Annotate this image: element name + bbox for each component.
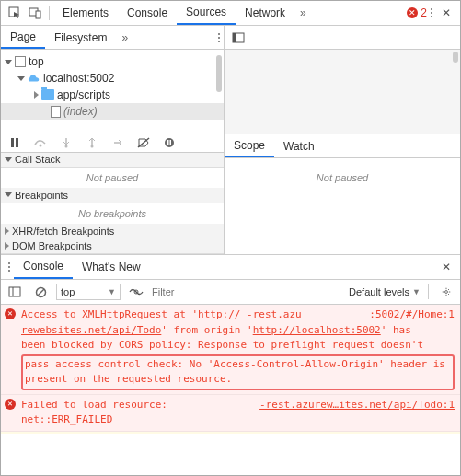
- error-count: 2: [421, 6, 427, 19]
- cors-highlight: pass access control check: No 'Access-Co…: [21, 354, 455, 390]
- console-warning-sourcemap: ! DevTools failed to parse SourceMap: ch…: [1, 432, 460, 435]
- tree-file[interactable]: (index): [1, 103, 224, 120]
- callstack-section[interactable]: Call Stack: [1, 153, 224, 168]
- close-devtools-icon[interactable]: ✕: [438, 5, 455, 21]
- svg-rect-13: [170, 140, 172, 145]
- context-selector[interactable]: top▼: [56, 284, 121, 300]
- file-tree: top localhost:5002 app/scripts (index): [1, 50, 224, 123]
- step-over-icon[interactable]: [32, 134, 49, 151]
- console-settings-icon[interactable]: [438, 284, 455, 300]
- more-subtabs-icon[interactable]: »: [116, 31, 133, 44]
- console-error-cors: ✕ Access to XMLHttpRequest at 'http:// -…: [1, 305, 460, 395]
- svg-rect-12: [167, 140, 169, 145]
- tree-top[interactable]: top: [1, 53, 224, 70]
- console-menu-icon[interactable]: [5, 262, 14, 272]
- console-filter-input[interactable]: [152, 286, 343, 297]
- log-levels-selector[interactable]: Default levels▼: [349, 286, 421, 297]
- filesystem-subtab[interactable]: Filesystem: [45, 26, 116, 49]
- deactivate-breakpoints-icon[interactable]: [135, 134, 152, 151]
- tab-elements[interactable]: Elements: [53, 1, 118, 25]
- scope-empty: Not paused: [225, 168, 460, 188]
- svg-point-19: [445, 291, 448, 294]
- error-count-badge[interactable]: ✕ 2: [407, 6, 427, 19]
- live-expression-icon[interactable]: [128, 284, 144, 300]
- main-tabs: Elements Console Sources Network »: [53, 1, 312, 25]
- scrollbar-thumb[interactable]: [216, 55, 222, 92]
- watch-tab[interactable]: Watch: [274, 134, 324, 157]
- error-icon: ✕: [5, 399, 16, 410]
- more-tabs-icon[interactable]: »: [294, 6, 312, 19]
- svg-point-9: [91, 145, 94, 148]
- scope-tab[interactable]: Scope: [225, 134, 274, 157]
- svg-point-8: [65, 145, 68, 148]
- show-navigator-icon[interactable]: [230, 29, 247, 46]
- console-messages: ✕ Access to XMLHttpRequest at 'http:// -…: [1, 305, 460, 434]
- svg-line-25: [448, 294, 449, 295]
- svg-point-7: [40, 145, 42, 147]
- step-icon[interactable]: [109, 134, 126, 151]
- svg-rect-4: [233, 33, 236, 42]
- file-icon: [51, 106, 61, 118]
- tab-sources[interactable]: Sources: [177, 1, 236, 25]
- folder-icon: [41, 89, 54, 100]
- page-subtab[interactable]: Page: [1, 26, 45, 49]
- svg-line-24: [444, 289, 444, 290]
- inspect-icon[interactable]: [6, 5, 23, 21]
- source-preview: [225, 50, 460, 134]
- pause-icon[interactable]: [6, 134, 23, 151]
- error-icon: ✕: [407, 7, 418, 18]
- settings-menu-icon[interactable]: [427, 8, 436, 17]
- debugger-toolbar: [1, 134, 224, 153]
- close-drawer-icon[interactable]: ✕: [438, 259, 455, 275]
- breakpoints-empty: No breakpoints: [1, 203, 224, 224]
- drawer-console-tab[interactable]: Console: [14, 256, 73, 279]
- drawer-whatsnew-tab[interactable]: What's New: [73, 256, 150, 279]
- step-out-icon[interactable]: [84, 134, 100, 151]
- svg-line-17: [38, 289, 44, 296]
- xhr-section[interactable]: XHR/fetch Breakpoints: [1, 224, 224, 239]
- pause-on-exceptions-icon[interactable]: [161, 134, 178, 151]
- dom-section[interactable]: DOM Breakpoints: [1, 238, 224, 254]
- svg-line-26: [444, 294, 444, 295]
- page-menu-icon[interactable]: [214, 33, 224, 42]
- device-toggle-icon[interactable]: [27, 5, 43, 21]
- tab-console[interactable]: Console: [118, 1, 177, 25]
- cloud-icon: [28, 72, 40, 85]
- svg-rect-2: [36, 11, 40, 18]
- callstack-empty: Not paused: [1, 168, 224, 188]
- error-icon: ✕: [5, 308, 16, 319]
- svg-rect-6: [16, 138, 18, 147]
- svg-rect-5: [11, 138, 14, 147]
- console-sidebar-icon[interactable]: [6, 284, 23, 300]
- svg-point-11: [165, 138, 174, 147]
- console-error-load: ✕ Failed to load resource: -rest.azurew……: [1, 395, 460, 432]
- svg-rect-14: [9, 287, 20, 296]
- svg-line-27: [448, 289, 449, 290]
- scrollbar-thumb[interactable]: [453, 52, 458, 63]
- tree-folder[interactable]: app/scripts: [1, 87, 224, 103]
- clear-console-icon[interactable]: [32, 284, 49, 300]
- tab-network[interactable]: Network: [236, 1, 294, 25]
- step-into-icon[interactable]: [58, 134, 75, 151]
- tree-origin[interactable]: localhost:5002: [1, 70, 224, 87]
- breakpoints-section[interactable]: Breakpoints: [1, 188, 224, 203]
